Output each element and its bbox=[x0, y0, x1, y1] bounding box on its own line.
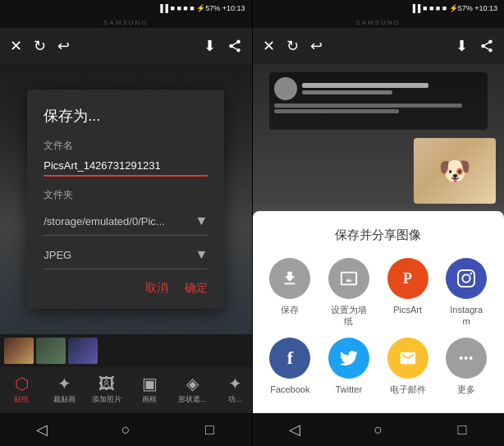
status-bar-left: ▐▐ ■ ■ ■ ■ ⚡57% +10:13 bbox=[0, 0, 252, 16]
share-row-2: f Facebook Twitter 电子邮件 bbox=[261, 338, 497, 395]
close-icon[interactable]: ✕ bbox=[10, 37, 22, 55]
format-value: JPEG bbox=[44, 249, 71, 261]
clipart-label: 裁贴画 bbox=[53, 394, 76, 405]
back-button-left[interactable]: ◁ bbox=[25, 413, 58, 446]
canvas-area-left: 保存为... 文件名 文件夹 /storage/emulated/0/Pic..… bbox=[0, 64, 252, 334]
sticker-icon: ⬡ bbox=[15, 375, 29, 392]
share-item-wallpaper[interactable]: 设置为墙纸 bbox=[322, 258, 375, 328]
strip-thumb-2[interactable] bbox=[36, 338, 66, 364]
frame-icon: ▣ bbox=[142, 375, 158, 392]
share-item-picsart[interactable]: P PicsArt bbox=[381, 258, 434, 328]
picsart-icon-circle: P bbox=[387, 258, 428, 299]
nav-bar-right: ◁ ○ □ bbox=[253, 413, 505, 446]
twitter-icon-circle bbox=[328, 338, 369, 379]
topbar-left-icons: ✕ ↻ ↩ bbox=[10, 37, 70, 55]
share-item-save[interactable]: 保存 bbox=[263, 258, 317, 328]
strip-thumb-1[interactable] bbox=[4, 338, 34, 364]
download-icon-right[interactable]: ⬇ bbox=[456, 37, 468, 55]
confirm-button[interactable]: 确定 bbox=[185, 281, 208, 296]
recent-button-left[interactable]: □ bbox=[193, 413, 226, 446]
twitter-label: Twitter bbox=[336, 384, 362, 395]
save-icon-circle bbox=[269, 258, 310, 299]
facebook-letter: f bbox=[287, 347, 293, 369]
undo-icon-right[interactable]: ↩ bbox=[310, 37, 323, 55]
share-row-1: 保存 设置为墙纸 P PicsArt bbox=[261, 258, 497, 328]
share-item-more[interactable]: ••• 更多 bbox=[440, 338, 493, 395]
tool-more[interactable]: ✦ 功... bbox=[213, 367, 252, 413]
close-icon-right[interactable]: ✕ bbox=[263, 37, 275, 55]
right-panel: ▐▐ ■ ■ ■ ■ ⚡57% +10:13 SAMSUNG ✕ ↻ ↩ ⬇ bbox=[253, 0, 505, 446]
folder-label: 文件夹 bbox=[44, 188, 208, 202]
more-tool-label: 功... bbox=[228, 394, 242, 405]
samsung-bar-left: SAMSUNG bbox=[0, 16, 252, 28]
tool-addphoto[interactable]: 🖼 添加照片 bbox=[85, 367, 128, 413]
clipart-icon: ✦ bbox=[57, 375, 71, 392]
share-item-instagram[interactable]: Instagram bbox=[440, 258, 493, 328]
more-label: 更多 bbox=[457, 384, 475, 395]
back-button-right[interactable]: ◁ bbox=[278, 413, 311, 446]
home-button-right[interactable]: ○ bbox=[362, 413, 395, 446]
bottom-toolbar-left: ⬡ 贴纸 ✦ 裁贴画 🖼 添加照片 ▣ 画框 ◈ 形状遮... ✦ 功... bbox=[0, 367, 252, 413]
frame-label: 画框 bbox=[142, 394, 157, 405]
more-tool-icon: ✦ bbox=[228, 375, 242, 392]
share-icon-left[interactable] bbox=[227, 39, 242, 53]
tool-frame[interactable]: ▣ 画框 bbox=[128, 367, 171, 413]
samsung-label-left: SAMSUNG bbox=[103, 19, 148, 26]
canvas-area-right: 🐶 保存并分享图像 保存 设置为墙纸 bbox=[253, 64, 505, 413]
dialog-actions: 取消 确定 bbox=[44, 281, 208, 296]
refresh-icon[interactable]: ↻ bbox=[34, 37, 46, 55]
format-chevron-icon: ▼ bbox=[195, 247, 208, 262]
status-bar-right: ▐▐ ■ ■ ■ ■ ⚡57% +10:13 bbox=[253, 0, 505, 16]
tool-mask[interactable]: ◈ 形状遮... bbox=[171, 367, 213, 413]
dialog-title: 保存为... bbox=[44, 106, 208, 126]
filename-label: 文件名 bbox=[44, 139, 208, 153]
samsung-label-right: SAMSUNG bbox=[356, 19, 401, 26]
download-icon-left[interactable]: ⬇ bbox=[204, 37, 216, 55]
home-button-left[interactable]: ○ bbox=[109, 413, 142, 446]
addphoto-label: 添加照片 bbox=[92, 394, 121, 405]
left-panel: ▐▐ ■ ■ ■ ■ ⚡57% +10:13 SAMSUNG ✕ ↻ ↩ ⬇ 保… bbox=[0, 0, 252, 446]
tool-sticker[interactable]: ⬡ 贴纸 bbox=[0, 367, 43, 413]
format-selector[interactable]: JPEG ▼ bbox=[44, 241, 208, 269]
wallpaper-label: 设置为墙纸 bbox=[331, 304, 367, 328]
topbar-right-right-icons: ⬇ bbox=[456, 37, 494, 55]
recent-button-right[interactable]: □ bbox=[446, 413, 479, 446]
more-dots: ••• bbox=[459, 352, 474, 365]
share-item-facebook[interactable]: f Facebook bbox=[263, 338, 317, 395]
addphoto-icon: 🖼 bbox=[99, 375, 115, 392]
status-text-right: ▐▐ ■ ■ ■ ■ ⚡57% +10:13 bbox=[410, 4, 497, 12]
strip-thumb-3[interactable] bbox=[68, 338, 98, 364]
picsart-label: PicsArt bbox=[393, 304, 422, 315]
share-title: 保存并分享图像 bbox=[261, 228, 497, 243]
share-sheet: 保存并分享图像 保存 设置为墙纸 P bbox=[253, 211, 505, 413]
folder-selector[interactable]: /storage/emulated/0/Pic... ▼ bbox=[44, 207, 208, 236]
more-icon-circle: ••• bbox=[446, 338, 487, 379]
share-item-email[interactable]: 电子邮件 bbox=[381, 338, 434, 395]
save-dialog: 保存为... 文件名 文件夹 /storage/emulated/0/Pic..… bbox=[27, 90, 224, 309]
picsart-letter: P bbox=[403, 270, 412, 287]
share-item-twitter[interactable]: Twitter bbox=[322, 338, 375, 395]
top-bar-left: ✕ ↻ ↩ ⬇ bbox=[0, 28, 252, 64]
share-icon-right[interactable] bbox=[479, 39, 494, 53]
refresh-icon-right[interactable]: ↻ bbox=[286, 37, 299, 55]
email-label: 电子邮件 bbox=[390, 384, 426, 395]
status-text-left: ▐▐ ■ ■ ■ ■ ⚡57% +10:13 bbox=[158, 4, 245, 12]
topbar-right-icons: ⬇ bbox=[204, 37, 242, 55]
topbar-right-left-icons: ✕ ↻ ↩ bbox=[263, 37, 323, 55]
facebook-icon-circle: f bbox=[269, 338, 310, 379]
filename-input[interactable] bbox=[44, 158, 208, 177]
tool-clipart[interactable]: ✦ 裁贴画 bbox=[43, 367, 85, 413]
samsung-bar-right: SAMSUNG bbox=[253, 16, 505, 28]
top-bar-right: ✕ ↻ ↩ ⬇ bbox=[253, 28, 505, 64]
image-strip-left bbox=[0, 334, 252, 367]
cancel-button[interactable]: 取消 bbox=[145, 281, 168, 296]
nav-bar-left: ◁ ○ □ bbox=[0, 413, 252, 446]
undo-icon[interactable]: ↩ bbox=[57, 37, 70, 55]
sticker-label: 贴纸 bbox=[14, 394, 29, 405]
instagram-label: Instagram bbox=[450, 304, 483, 328]
folder-value: /storage/emulated/0/Pic... bbox=[44, 215, 164, 228]
facebook-label: Facebook bbox=[270, 384, 309, 395]
instagram-icon-circle bbox=[446, 258, 487, 299]
dialog-overlay: 保存为... 文件名 文件夹 /storage/emulated/0/Pic..… bbox=[0, 64, 252, 334]
folder-chevron-icon: ▼ bbox=[195, 214, 208, 228]
